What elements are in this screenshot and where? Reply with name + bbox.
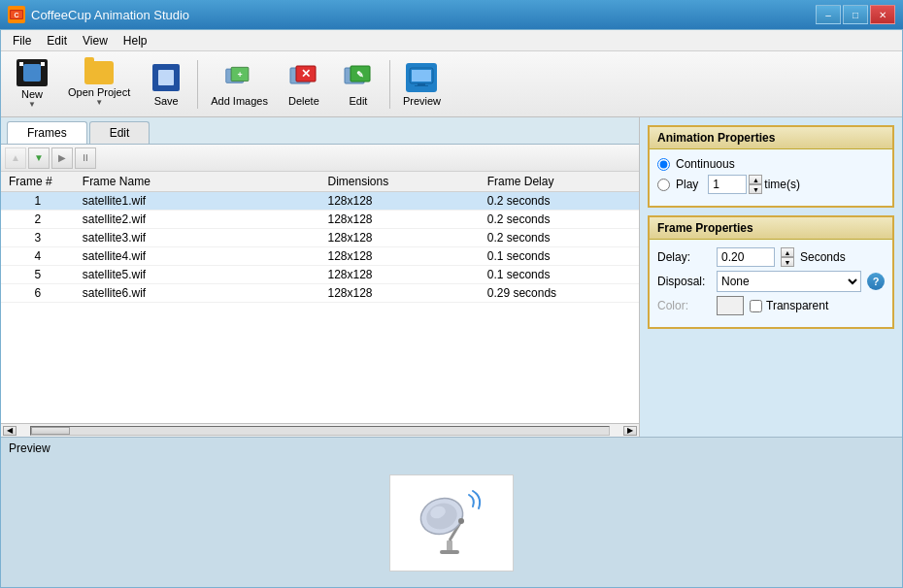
cell-frame-id: 4 <box>1 247 75 266</box>
delay-spinner-down[interactable]: ▼ <box>781 257 794 267</box>
menu-file[interactable]: File <box>5 32 39 49</box>
delay-spinner[interactable]: ▲ ▼ <box>781 247 794 267</box>
maximize-icon: □ <box>853 10 858 20</box>
open-dropdown-arrow: ▼ <box>95 98 103 107</box>
toolbar-separator-1 <box>197 60 198 109</box>
delay-value: 0.20 <box>717 247 775 267</box>
disposal-select[interactable]: None Do Not Dispose Restore to Backgroun… <box>717 271 861 292</box>
frames-data-table: Frame # Frame Name Dimensions Frame Dela… <box>1 172 639 303</box>
table-row[interactable]: 1 satellite1.wif 128x128 0.2 seconds <box>1 192 639 211</box>
new-button[interactable]: New ▼ <box>7 57 57 112</box>
content-area: Frames Edit ▲ ▼ ▶ ⏸ <box>1 117 902 437</box>
save-icon <box>150 62 182 93</box>
cell-frame-name: satellite4.wif <box>75 247 320 266</box>
open-project-button[interactable]: Open Project ▼ <box>61 57 137 112</box>
tabs: Frames Edit <box>1 117 639 145</box>
scrollbar-thumb[interactable] <box>31 427 70 435</box>
animation-properties-title: Animation Properties <box>650 127 892 149</box>
cell-frame-name: satellite6.wif <box>75 284 320 303</box>
scrollbar-track[interactable] <box>30 426 610 436</box>
toolbar-separator-2 <box>389 60 390 109</box>
transparent-checkbox[interactable] <box>750 300 762 312</box>
cell-delay: 0.1 seconds <box>480 247 639 266</box>
right-panel: Animation Properties Continuous Play 1 ▲… <box>640 117 902 437</box>
color-label: Color: <box>657 299 711 312</box>
table-row[interactable]: 4 satellite4.wif 128x128 0.1 seconds <box>1 247 639 266</box>
close-button[interactable]: ✕ <box>870 5 895 24</box>
title-bar: C CoffeeCup Animation Studio – □ ✕ <box>0 0 903 29</box>
table-row[interactable]: 2 satellite2.wif 128x128 0.2 seconds <box>1 211 639 229</box>
menu-view[interactable]: View <box>75 32 116 49</box>
open-project-icon <box>84 61 115 84</box>
svg-rect-17 <box>440 550 459 554</box>
spinner-down[interactable]: ▼ <box>749 184 762 194</box>
cell-frame-name: satellite3.wif <box>75 229 320 247</box>
scroll-left-arrow[interactable]: ◀ <box>3 426 17 436</box>
preview-content <box>1 459 902 587</box>
cell-frame-id: 3 <box>1 229 75 247</box>
add-images-button[interactable]: + Add Images <box>204 57 275 112</box>
frame-properties-title: Frame Properties <box>650 217 892 240</box>
film-strip-icon <box>17 59 48 86</box>
left-panel: Frames Edit ▲ ▼ ▶ ⏸ <box>1 117 640 437</box>
new-label: New <box>21 88 43 100</box>
cell-delay: 0.2 seconds <box>480 229 639 247</box>
cell-dimensions: 128x128 <box>319 284 479 303</box>
horizontal-scrollbar[interactable]: ◀ ▶ <box>1 423 639 437</box>
disposal-label: Disposal: <box>657 275 711 288</box>
move-up-button[interactable]: ▲ <box>5 147 26 169</box>
app-icon: C <box>8 6 25 23</box>
delay-spinner-up[interactable]: ▲ <box>781 247 794 257</box>
disposal-help-icon[interactable]: ? <box>867 273 885 290</box>
cell-delay: 0.1 seconds <box>480 266 639 284</box>
table-body: 1 satellite1.wif 128x128 0.2 seconds 2 s… <box>1 192 639 303</box>
spinner-up[interactable]: ▲ <box>749 175 762 184</box>
play-count-value: 1 <box>708 175 747 194</box>
col-header-frame: Frame # <box>1 172 75 192</box>
arrow-up-icon: ▲ <box>11 152 20 163</box>
title-bar-controls: – □ ✕ <box>816 5 895 24</box>
tab-edit[interactable]: Edit <box>89 121 150 144</box>
minimize-button[interactable]: – <box>816 5 841 24</box>
cell-dimensions: 128x128 <box>319 247 479 266</box>
edit-label: Edit <box>349 95 367 107</box>
cell-frame-name: satellite1.wif <box>75 192 320 211</box>
preview-image-box <box>389 474 514 572</box>
frame-properties-box: Frame Properties Delay: 0.20 ▲ ▼ Seconds… <box>648 215 894 329</box>
maximize-button[interactable]: □ <box>843 5 868 24</box>
table-row[interactable]: 6 satellite6.wif 128x128 0.29 seconds <box>1 284 639 303</box>
cell-frame-id: 5 <box>1 266 75 284</box>
preview-button[interactable]: Preview <box>396 57 448 112</box>
add-images-label: Add Images <box>211 95 268 107</box>
menu-edit[interactable]: Edit <box>39 32 75 49</box>
menu-help[interactable]: Help <box>116 32 155 49</box>
preview-section-label: Preview <box>1 438 902 459</box>
play-icon: ▶ <box>58 152 66 163</box>
play-radio[interactable] <box>657 179 670 191</box>
cell-frame-id: 2 <box>1 211 75 229</box>
pause-button[interactable]: ⏸ <box>75 147 96 169</box>
cell-dimensions: 128x128 <box>319 211 479 229</box>
svg-text:+: + <box>237 70 242 80</box>
times-label: time(s) <box>764 178 800 191</box>
continuous-radio[interactable] <box>657 158 670 171</box>
play-button[interactable]: ▶ <box>51 147 73 169</box>
new-icon <box>17 59 48 86</box>
play-count-spinner[interactable]: ▲ ▼ <box>749 175 762 194</box>
save-button[interactable]: Save <box>141 57 191 112</box>
delay-label: Delay: <box>657 250 711 264</box>
delete-button[interactable]: ✕ Delete <box>279 57 329 112</box>
svg-rect-13 <box>412 70 431 82</box>
edit-button[interactable]: ✎ Edit <box>333 57 384 112</box>
color-swatch[interactable] <box>717 296 744 315</box>
edit-icon: ✎ <box>343 62 374 93</box>
svg-text:✎: ✎ <box>356 70 364 80</box>
move-down-button[interactable]: ▼ <box>28 147 50 169</box>
continuous-radio-row: Continuous <box>657 157 885 171</box>
delay-row: Delay: 0.20 ▲ ▼ Seconds <box>657 247 885 267</box>
tab-frames[interactable]: Frames <box>7 121 87 144</box>
table-row[interactable]: 5 satellite5.wif 128x128 0.1 seconds <box>1 266 639 284</box>
scroll-right-arrow[interactable]: ▶ <box>623 426 637 436</box>
table-row[interactable]: 3 satellite3.wif 128x128 0.2 seconds <box>1 229 639 247</box>
main-window: File Edit View Help New ▼ Open Project ▼ <box>0 29 903 588</box>
